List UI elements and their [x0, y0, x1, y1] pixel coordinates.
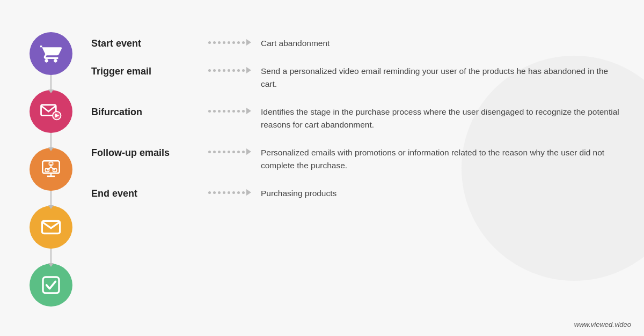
svg-rect-14 — [43, 277, 59, 293]
icon-end-event — [30, 264, 72, 307]
diagram-icon — [40, 159, 62, 180]
label-trigger-email: Trigger email — [91, 65, 199, 77]
dots-bifurcation — [208, 110, 245, 113]
arrow-followup — [208, 146, 251, 155]
text-followup: Personalized emails with promotions or i… — [261, 146, 623, 172]
text-end-event: Purchasing products — [261, 187, 623, 200]
content-area: Start event Cart abandonment — [21, 29, 623, 307]
main-card: Start event Cart abandonment — [0, 0, 644, 336]
arrow-trigger-email — [208, 65, 251, 73]
label-bifurcation: Bifurcation — [91, 106, 199, 118]
arrowhead-followup — [246, 148, 251, 155]
envelope-icon — [40, 216, 62, 238]
arrowhead-end — [246, 189, 251, 196]
icon-followup — [30, 206, 72, 249]
connector-1 — [50, 75, 52, 90]
icon-trigger-email — [30, 90, 72, 133]
rows-column: Start event Cart abandonment — [91, 29, 623, 307]
row-bifurcation: Bifurcation Identifies the stage in t — [91, 98, 623, 139]
cart-icon — [40, 43, 62, 64]
svg-rect-12 — [53, 169, 57, 172]
arrow-start-event — [208, 37, 251, 46]
label-end-event: End event — [91, 187, 199, 199]
checkmark-icon — [40, 274, 62, 296]
email-play-icon — [40, 101, 62, 122]
arrowhead-bifurcation — [246, 108, 251, 114]
text-bifurcation: Identifies the stage in the purchase pro… — [261, 106, 623, 131]
svg-rect-11 — [45, 169, 49, 172]
row-start-event: Start event Cart abandonment — [91, 29, 623, 57]
dots-trigger — [208, 69, 245, 72]
row-trigger-email: Trigger email Send a personalized vid — [91, 57, 623, 98]
connector-4 — [50, 249, 52, 264]
label-followup: Follow-up emails — [91, 146, 199, 159]
dots-followup — [208, 151, 245, 153]
text-trigger-email: Send a personalized video email remindin… — [261, 65, 623, 91]
icon-bifurcation — [30, 148, 72, 191]
connector-3 — [50, 191, 52, 206]
text-start-event: Cart abandonment — [261, 37, 623, 50]
arrow-end-event — [208, 187, 251, 196]
website-credit: www.viewed.video — [574, 320, 631, 328]
connector-2 — [50, 133, 52, 148]
row-end-event: End event Purchasing products — [91, 180, 623, 207]
row-followup: Follow-up emails Personalized emails — [91, 139, 623, 180]
icon-start-event — [30, 32, 72, 75]
label-start-event: Start event — [91, 37, 199, 49]
arrow-bifurcation — [208, 106, 251, 114]
dots-start — [208, 41, 245, 44]
icons-column — [21, 29, 80, 307]
dots-end — [208, 191, 245, 194]
arrowhead-trigger — [246, 67, 251, 73]
arrowhead-start — [246, 39, 251, 46]
